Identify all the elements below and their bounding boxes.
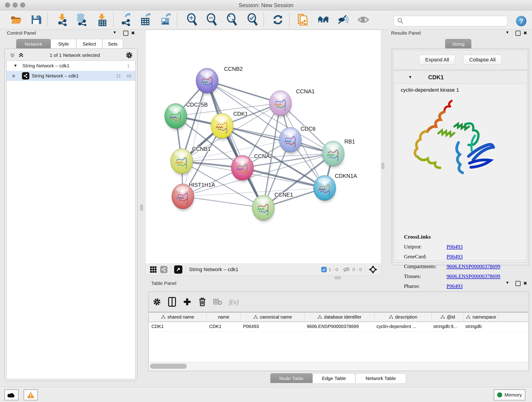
- memory-button[interactable]: Memory: [494, 389, 525, 400]
- tab-network[interactable]: Network: [16, 39, 51, 49]
- table-cell[interactable]: CDK1: [149, 322, 206, 331]
- cloud-status-button[interactable]: [4, 389, 19, 400]
- right-splitter-handle[interactable]: [381, 163, 384, 169]
- duplicate-network-icon[interactable]: [297, 13, 309, 26]
- table-cell[interactable]: 9606.ENSP00000378699: [304, 322, 374, 331]
- table-panel-close-icon[interactable]: ✖: [523, 281, 527, 286]
- search-box[interactable]: [394, 16, 508, 26]
- table-row[interactable]: CDK1CDK1P064939606.ENSP00000378699cyclin…: [149, 322, 528, 332]
- import-table-icon[interactable]: [96, 13, 108, 26]
- left-splitter-handle[interactable]: [140, 204, 143, 211]
- export-network-icon[interactable]: [120, 13, 133, 26]
- crosslink-value-link[interactable]: P06493: [447, 283, 462, 289]
- table-panel-maximize-icon[interactable]: [515, 281, 520, 286]
- export-table-icon[interactable]: [140, 13, 152, 26]
- network-edge[interactable]: [207, 81, 263, 208]
- zoom-in-icon[interactable]: [186, 13, 198, 26]
- network-graph[interactable]: CCNB2CCNA1CDC25BCDK1CDC6RB1CCNB1CCNA2CDK…: [146, 30, 381, 264]
- network-node[interactable]: [171, 148, 193, 175]
- results-panel-float-icon[interactable]: ▼: [505, 30, 509, 35]
- network-node[interactable]: [269, 90, 292, 117]
- table-cell[interactable]: stringdb:9...: [431, 322, 462, 331]
- zoom-selected-icon[interactable]: [247, 13, 259, 26]
- import-database-icon[interactable]: [75, 13, 88, 26]
- refresh-icon[interactable]: [272, 13, 284, 26]
- control-panel-float-icon[interactable]: ▼: [113, 30, 117, 35]
- network-node[interactable]: [231, 155, 254, 182]
- table-cell[interactable]: cyclin-dependent ...: [374, 322, 431, 331]
- tab-select[interactable]: Select: [76, 39, 102, 49]
- results-panel-maximize-icon[interactable]: [515, 31, 520, 36]
- birdseye-grid-icon[interactable]: [150, 266, 157, 273]
- expand-all-button[interactable]: Expand All: [419, 55, 455, 65]
- hide-selected-icon[interactable]: [337, 13, 350, 26]
- delete-column-icon[interactable]: [198, 297, 206, 307]
- network-node[interactable]: [165, 103, 187, 130]
- table-header-cell[interactable]: canonical name: [241, 313, 305, 322]
- expand-all-icon[interactable]: [18, 52, 24, 58]
- clear-table-icon[interactable]: [213, 298, 222, 306]
- tab-edge-table[interactable]: Edge Table: [312, 373, 355, 383]
- network-collection-row[interactable]: ▼ String Network – cdk1 1: [7, 61, 135, 71]
- fit-selected-crosshair-icon[interactable]: [369, 265, 377, 274]
- collapse-all-icon[interactable]: [9, 52, 16, 58]
- selected-checkbox-icon[interactable]: [321, 267, 327, 272]
- crosslink-value-link[interactable]: P06493: [447, 254, 462, 260]
- table-hscrollbar[interactable]: [149, 362, 528, 370]
- gear-icon[interactable]: [125, 51, 133, 59]
- network-node[interactable]: [279, 127, 302, 154]
- table-cell[interactable]: P06493: [240, 322, 304, 331]
- import-network-icon[interactable]: [56, 13, 68, 26]
- table-header-cell[interactable]: namespace: [464, 313, 499, 322]
- table-hscrollbar-thumb[interactable]: [150, 364, 187, 369]
- network-overview-icon[interactable]: [160, 266, 167, 273]
- network-node[interactable]: [313, 175, 336, 202]
- section-collapse-triangle-icon[interactable]: ▼: [408, 75, 412, 80]
- add-column-icon[interactable]: [183, 298, 191, 306]
- tab-network-table[interactable]: Network Table: [355, 373, 406, 383]
- network-edge[interactable]: [207, 81, 280, 103]
- network-node[interactable]: [196, 68, 218, 95]
- bottom-splitter-handle[interactable]: [335, 276, 341, 279]
- table-header-cell[interactable]: database identifier: [305, 313, 375, 322]
- control-panel-close-icon[interactable]: ✖: [131, 30, 135, 36]
- protein-section-header[interactable]: ▼ CDK1: [393, 71, 528, 84]
- string-home-icon[interactable]: [317, 13, 329, 26]
- tab-sets[interactable]: Sets: [102, 39, 123, 49]
- crosslink-value-link[interactable]: 9606.ENSP00000378699: [447, 264, 500, 269]
- table-header-cell[interactable]: description: [375, 313, 432, 322]
- help-button[interactable]: ?: [516, 16, 526, 26]
- network-node[interactable]: [322, 141, 344, 168]
- select-columns-icon[interactable]: [168, 297, 176, 307]
- open-folder-icon[interactable]: [10, 13, 22, 26]
- table-header-cell[interactable]: shared name: [149, 313, 207, 322]
- table-cell[interactable]: stringdb: [462, 322, 497, 331]
- show-all-icon[interactable]: [357, 13, 370, 26]
- open-in-new-window-icon[interactable]: [174, 265, 182, 274]
- function-builder-icon[interactable]: f(x): [229, 298, 239, 306]
- crosslink-value-link[interactable]: 9606.ENSP00000378699: [447, 274, 500, 279]
- save-icon[interactable]: [30, 13, 42, 26]
- tab-string[interactable]: String: [445, 39, 471, 49]
- warnings-button[interactable]: [24, 389, 38, 400]
- export-image-icon[interactable]: [159, 13, 172, 26]
- network-canvas[interactable]: CCNB2CCNA1CDC25BCDK1CDC6RB1CCNB1CCNA2CDK…: [145, 30, 381, 264]
- network-edge[interactable]: [183, 196, 263, 208]
- search-input[interactable]: [406, 18, 507, 24]
- crosslink-value-link[interactable]: P06493: [447, 244, 462, 250]
- gear-icon[interactable]: [152, 298, 161, 306]
- tab-style[interactable]: Style: [51, 39, 76, 49]
- collapse-all-button[interactable]: Collapse All: [463, 55, 502, 65]
- table-cell[interactable]: CDK1: [206, 322, 240, 331]
- table-panel-float-icon[interactable]: ▼: [505, 281, 509, 285]
- results-panel-close-icon[interactable]: ✖: [523, 30, 527, 36]
- tab-node-table[interactable]: Node Table: [270, 373, 312, 383]
- table-header-cell[interactable]: @id: [432, 313, 464, 322]
- network-edge[interactable]: [183, 81, 207, 196]
- hidden-eye-icon[interactable]: [343, 266, 351, 273]
- network-row-selected[interactable]: String Network – cdk1 11 48: [7, 71, 135, 81]
- collapse-triangle-icon[interactable]: ▼: [13, 64, 17, 68]
- network-node[interactable]: [211, 113, 233, 140]
- zoom-out-icon[interactable]: [206, 13, 218, 26]
- control-panel-maximize-icon[interactable]: [123, 31, 128, 36]
